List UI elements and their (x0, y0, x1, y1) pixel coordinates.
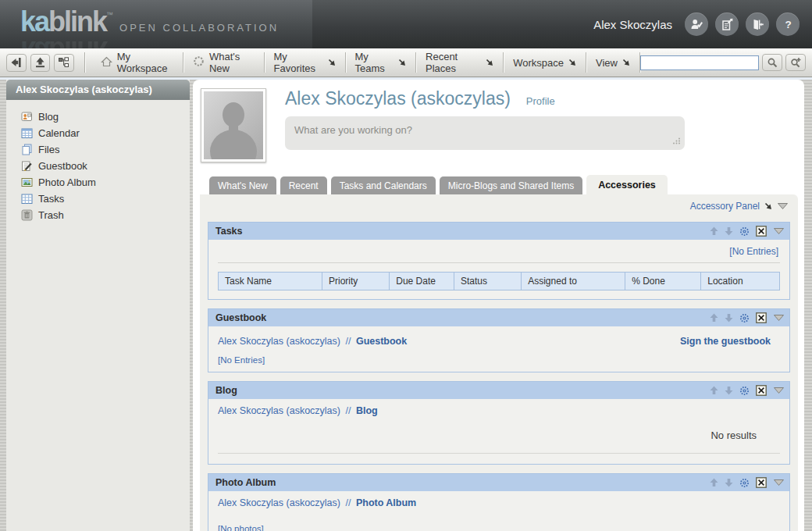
settings-gear-icon[interactable] (739, 478, 750, 488)
breadcrumb: Alex Skoczylas (askoczylas) // Blog (218, 403, 780, 416)
collapse-icon[interactable] (777, 202, 789, 210)
advanced-search-icon[interactable] (785, 54, 806, 71)
move-up-icon[interactable] (710, 386, 718, 395)
accessory-header: Photo Album (208, 474, 789, 491)
breadcrumb-current-link[interactable]: Guestbook (356, 336, 407, 347)
search-input[interactable] (640, 55, 759, 70)
breadcrumb: Alex Skoczylas (askoczylas) // Guestbook (218, 333, 407, 347)
profile-link[interactable]: Profile (526, 95, 555, 107)
breadcrumb-parent-link[interactable]: Alex Skoczylas (askoczylas) (218, 336, 340, 347)
menu-label: Workspace (513, 57, 564, 69)
settings-gear-icon[interactable] (739, 226, 750, 237)
close-icon[interactable] (756, 477, 767, 488)
menu-whats-new[interactable]: What's New (183, 52, 265, 73)
page-edit-icon[interactable] (715, 12, 739, 36)
collapse-icon[interactable] (773, 227, 785, 235)
close-icon[interactable] (756, 226, 767, 237)
search-icon[interactable] (762, 54, 782, 71)
close-icon[interactable] (756, 312, 767, 323)
sidebar-item-calendar[interactable]: Calendar (21, 125, 190, 141)
accessory-panel-link[interactable]: Accessory Panel (690, 201, 760, 212)
tab-tasks-and-calendars[interactable]: Tasks and Calendars (331, 176, 436, 194)
dropdown-arrow-icon[interactable] (764, 202, 772, 210)
accessory-body: Alex Skoczylas (askoczylas) // Guestbook… (208, 326, 789, 372)
breadcrumb-parent-link[interactable]: Alex Skoczylas (askoczylas) (218, 405, 340, 416)
accessory-title: Blog (215, 385, 237, 396)
logo-tagline: OPEN COLLABORATION (119, 22, 279, 34)
move-down-icon[interactable] (725, 226, 733, 236)
tab-micro-blogs[interactable]: Micro-Blogs and Shared Items (440, 176, 582, 194)
header-actions: Alex Skoczylas ? (593, 12, 812, 36)
settings-gear-icon[interactable] (739, 386, 750, 396)
sidebar-item-trash[interactable]: Trash (21, 207, 190, 223)
menu-workspace[interactable]: Workspace (504, 52, 586, 73)
presence-icon[interactable] (685, 12, 708, 36)
sign-out-icon[interactable] (746, 12, 769, 36)
collapse-icon[interactable] (773, 479, 785, 486)
move-down-icon[interactable] (725, 478, 733, 487)
divider (218, 453, 780, 457)
menu-recent-places[interactable]: Recent Places (416, 52, 504, 73)
menu-label: What's New (209, 51, 255, 74)
workspace-tree-icon[interactable] (54, 54, 74, 72)
move-up-icon[interactable] (710, 313, 718, 323)
no-entries-link[interactable]: [No Entries] (218, 355, 265, 365)
sidebar-item-label: Photo Album (38, 176, 96, 188)
breadcrumb-parent-link[interactable]: Alex Skoczylas (askoczylas) (218, 497, 340, 508)
svg-text:?: ? (785, 19, 791, 30)
dropdown-arrow-icon (398, 57, 406, 69)
accessory-title: Guestbook (215, 312, 266, 323)
tab-whats-new[interactable]: What's New (209, 176, 276, 194)
sidebar-item-tasks[interactable]: Tasks (21, 191, 190, 207)
settings-gear-icon[interactable] (739, 313, 750, 323)
breadcrumb-current-link[interactable]: Blog (356, 405, 378, 416)
accessory-header: Guestbook (208, 309, 789, 326)
sign-guestbook-link[interactable]: Sign the guestbook (680, 336, 771, 347)
help-icon[interactable]: ? (776, 12, 800, 36)
application-window: kablink™OPEN COLLABORATION kablink Alex … (0, 0, 812, 531)
breadcrumb-current-link[interactable]: Photo Album (356, 497, 416, 508)
no-entries-link[interactable]: [No Entries] (729, 246, 778, 257)
sidebar-item-label: Guestbook (38, 160, 87, 172)
move-up-icon[interactable] (710, 226, 718, 236)
tasks-icon (21, 193, 33, 205)
menu-view[interactable]: View (586, 52, 640, 73)
sidebar-item-label: Calendar (38, 127, 80, 139)
accessory-body: Alex Skoczylas (askoczylas) // Photo Alb… (208, 491, 789, 531)
move-up-icon[interactable] (710, 478, 718, 487)
dropdown-arrow-icon (622, 57, 630, 69)
micro-blog-input[interactable]: What are you working on? (285, 116, 685, 150)
sidebar-item-blog[interactable]: Blog (21, 109, 190, 125)
resize-grip-icon[interactable] (672, 134, 681, 148)
collapse-icon[interactable] (773, 314, 785, 322)
tab-accessories[interactable]: Accessories (586, 175, 668, 194)
column-header-priority: Priority (322, 273, 390, 290)
move-down-icon[interactable] (725, 386, 733, 395)
menu-my-favorites[interactable]: My Favorites (265, 52, 346, 73)
menu-my-workspace[interactable]: My Workspace (91, 52, 183, 73)
move-down-icon[interactable] (725, 313, 733, 323)
sidebar-item-photo-album[interactable]: Photo Album (21, 174, 190, 191)
profile-info: Alex Skoczylas (askoczylas) Profile What… (285, 88, 685, 162)
home-icon (101, 56, 112, 69)
dropdown-arrow-icon (328, 57, 336, 69)
column-header-assigned-to: Assigned to (522, 273, 625, 290)
menu-label: My Workspace (117, 51, 173, 74)
close-icon[interactable] (756, 385, 767, 396)
up-level-icon[interactable] (30, 54, 51, 72)
tab-recent[interactable]: Recent (280, 176, 327, 194)
sidebar-item-files[interactable]: Files (21, 141, 190, 158)
no-photos-link[interactable]: [No photos] (218, 524, 264, 531)
trademark-symbol: ™ (106, 11, 113, 19)
blog-icon (21, 111, 33, 123)
logged-in-user-name: Alex Skoczylas (593, 18, 672, 31)
menu-my-teams[interactable]: My Teams (346, 52, 417, 73)
collapse-left-icon[interactable] (6, 54, 27, 72)
accessory-header: Tasks (208, 223, 789, 240)
collapse-icon[interactable] (773, 387, 785, 394)
dropdown-arrow-icon (568, 57, 576, 69)
sidebar-nav-list: Blog Calendar Files Guestbook Photo Albu… (6, 100, 190, 223)
sidebar-workspace-title: Alex Skoczylas (askoczylas) (6, 80, 190, 100)
accessory-title: Tasks (215, 226, 243, 237)
sidebar-item-guestbook[interactable]: Guestbook (21, 158, 190, 174)
